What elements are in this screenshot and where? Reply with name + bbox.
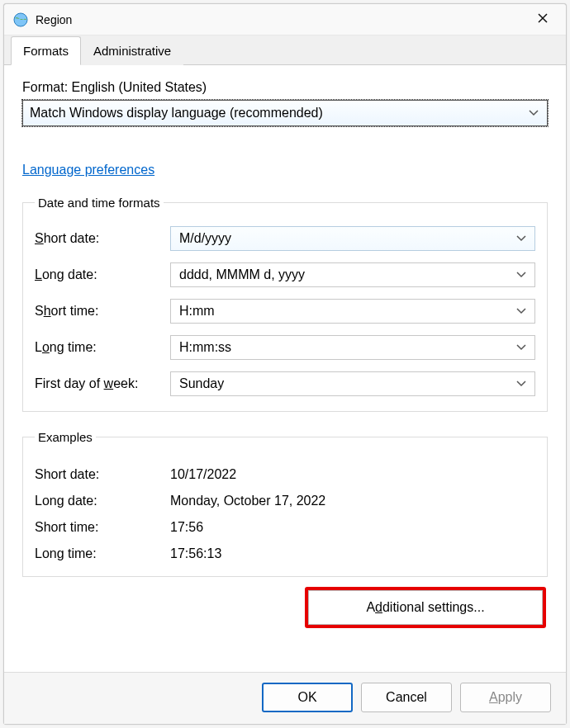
dialog-footer: OK Cancel Apply bbox=[4, 672, 566, 724]
short-date-dropdown[interactable]: M/d/yyyy bbox=[170, 226, 535, 251]
examples-group: Examples Short date: 10/17/2022 Long dat… bbox=[22, 430, 548, 577]
chevron-down-icon bbox=[516, 381, 526, 387]
chevron-down-icon bbox=[529, 110, 539, 116]
first-day-label: First day of week: bbox=[35, 376, 170, 391]
chevron-down-icon bbox=[516, 344, 526, 351]
globe-icon bbox=[12, 12, 29, 28]
additional-settings-row: Additional settings... bbox=[22, 587, 548, 628]
long-time-label: Long time: bbox=[35, 340, 170, 355]
example-long-date-label: Long date: bbox=[35, 494, 170, 508]
tab-strip: Formats Administrative bbox=[4, 35, 566, 65]
close-button[interactable] bbox=[526, 7, 559, 32]
short-date-value: M/d/yyyy bbox=[179, 231, 231, 246]
cancel-button[interactable]: Cancel bbox=[361, 683, 452, 712]
chevron-down-icon bbox=[516, 308, 526, 314]
long-date-label: Long date: bbox=[35, 267, 170, 282]
svg-point-0 bbox=[14, 13, 27, 26]
example-short-time-value: 17:56 bbox=[170, 520, 203, 535]
additional-settings-button[interactable]: Additional settings... bbox=[308, 590, 543, 625]
ok-button[interactable]: OK bbox=[262, 683, 353, 712]
long-date-dropdown[interactable]: dddd, MMMM d, yyyy bbox=[170, 262, 535, 287]
example-short-date-label: Short date: bbox=[35, 467, 170, 482]
first-day-value: Sunday bbox=[179, 376, 224, 391]
short-time-label: Short time: bbox=[35, 304, 170, 319]
chevron-down-icon bbox=[516, 272, 526, 278]
format-label: Format: English (United States) bbox=[22, 80, 548, 95]
window-title: Region bbox=[36, 13, 526, 26]
chevron-down-icon bbox=[516, 235, 526, 242]
long-time-value: H:mm:ss bbox=[179, 340, 231, 355]
apply-button[interactable]: Apply bbox=[460, 683, 551, 712]
short-time-value: H:mm bbox=[179, 304, 215, 319]
close-icon bbox=[537, 11, 549, 28]
titlebar: Region bbox=[4, 4, 566, 35]
tab-administrative[interactable]: Administrative bbox=[81, 36, 183, 65]
additional-settings-highlight: Additional settings... bbox=[305, 587, 546, 628]
short-date-label: Short date: bbox=[35, 231, 170, 246]
format-dropdown-value: Match Windows display language (recommen… bbox=[30, 106, 323, 121]
example-short-time-label: Short time: bbox=[35, 520, 170, 535]
language-preferences-link[interactable]: Language preferences bbox=[22, 163, 548, 177]
datetime-formats-legend: Date and time formats bbox=[35, 196, 164, 210]
region-dialog: Region Formats Administrative Format: En… bbox=[3, 3, 567, 725]
first-day-dropdown[interactable]: Sunday bbox=[170, 371, 535, 396]
long-time-dropdown[interactable]: H:mm:ss bbox=[170, 335, 535, 360]
datetime-formats-group: Date and time formats Short date: M/d/yy… bbox=[22, 196, 548, 412]
short-time-dropdown[interactable]: H:mm bbox=[170, 299, 535, 324]
long-date-value: dddd, MMMM d, yyyy bbox=[179, 267, 305, 282]
example-short-date-value: 10/17/2022 bbox=[170, 467, 236, 482]
example-long-time-value: 17:56:13 bbox=[170, 546, 221, 561]
example-long-date-value: Monday, October 17, 2022 bbox=[170, 494, 325, 508]
example-long-time-label: Long time: bbox=[35, 546, 170, 561]
examples-legend: Examples bbox=[35, 430, 96, 444]
content-area: Format: English (United States) Match Wi… bbox=[4, 65, 566, 672]
format-dropdown[interactable]: Match Windows display language (recommen… bbox=[22, 100, 548, 126]
tab-formats[interactable]: Formats bbox=[11, 36, 81, 65]
